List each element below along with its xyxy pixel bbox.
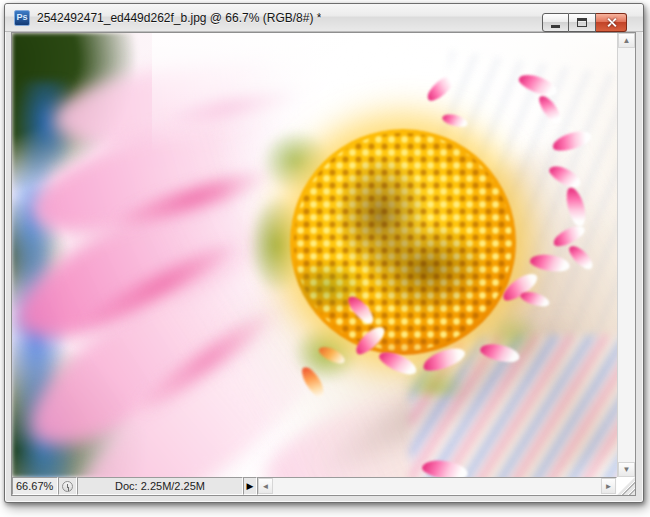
scroll-up-icon[interactable]: ▲ xyxy=(618,33,635,48)
screenshot-stage: Ps 2542492471_ed449d262f_b.jpg @ 66.7% (… xyxy=(0,0,650,517)
flower-center-shadow xyxy=(290,129,516,355)
maximize-button[interactable] xyxy=(569,13,596,32)
popup-arrow-icon: ▶ xyxy=(247,481,254,491)
document-size-panel: Doc: 2.25M/2.25M xyxy=(77,477,243,495)
document-client-area: ▲ ▼ Doc: 2.25M/2.25M ▶ ◄ ► xyxy=(11,32,636,496)
scroll-down-icon[interactable]: ▼ xyxy=(618,462,635,477)
photoshop-app-icon[interactable]: Ps xyxy=(14,10,30,26)
vertical-scrollbar[interactable]: ▲ ▼ xyxy=(617,33,635,477)
minimize-button[interactable] xyxy=(542,13,569,32)
window-resize-grip[interactable] xyxy=(617,477,635,495)
maximize-icon xyxy=(577,18,587,27)
zoom-level-input[interactable] xyxy=(12,477,58,495)
photoshop-document-window: Ps 2542492471_ed449d262f_b.jpg @ 66.7% (… xyxy=(4,3,644,503)
scroll-left-icon[interactable]: ◄ xyxy=(258,478,273,494)
window-title: 2542492471_ed449d262f_b.jpg @ 66.7% (RGB… xyxy=(37,11,321,25)
canvas-image[interactable] xyxy=(12,33,617,477)
status-popup-arrow-button[interactable]: ▶ xyxy=(243,477,257,495)
vertical-scroll-track[interactable] xyxy=(618,48,635,462)
document-size-text: Doc: 2.25M/2.25M xyxy=(115,480,205,492)
clock-icon xyxy=(62,481,73,492)
title-bar[interactable]: Ps 2542492471_ed449d262f_b.jpg @ 66.7% (… xyxy=(5,4,643,32)
window-controls xyxy=(542,13,627,32)
scroll-right-icon[interactable]: ► xyxy=(601,478,616,494)
minimize-icon xyxy=(551,25,560,28)
close-icon xyxy=(606,17,617,28)
close-button[interactable] xyxy=(596,13,627,32)
horizontal-scrollbar[interactable]: ◄ ► xyxy=(257,477,617,495)
horizontal-scroll-track[interactable] xyxy=(273,478,601,494)
flower-center-disc xyxy=(290,129,516,355)
status-clock-cell xyxy=(58,477,77,495)
status-bar: Doc: 2.25M/2.25M ▶ ◄ ► xyxy=(12,477,617,495)
